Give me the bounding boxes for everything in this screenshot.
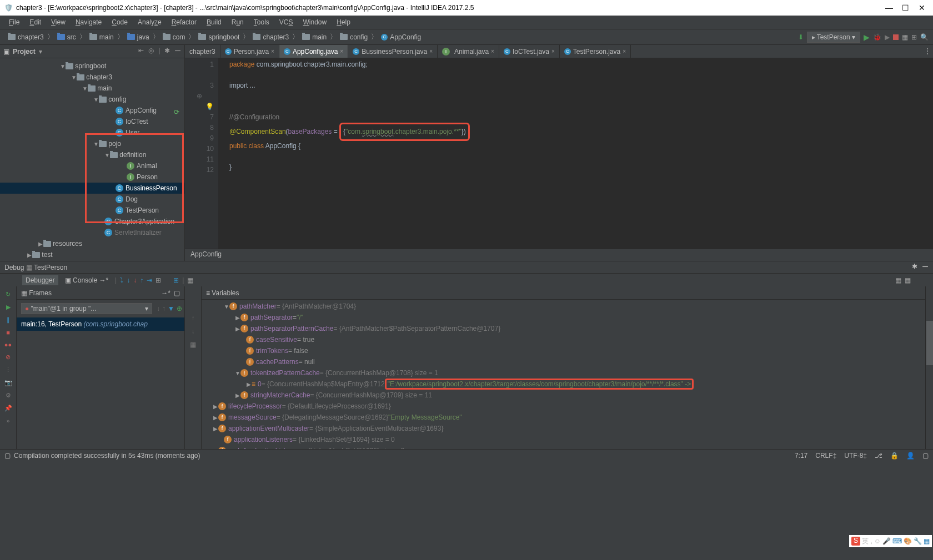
ime-lang[interactable]: 英 , bbox=[862, 537, 872, 546]
tree-testperson[interactable]: CTestPerson bbox=[0, 205, 184, 216]
menu-view[interactable]: View bbox=[47, 17, 70, 27]
menu-help[interactable]: Help bbox=[332, 17, 355, 27]
emoji-icon[interactable]: ☺ bbox=[874, 537, 881, 545]
close-icon[interactable]: × bbox=[551, 48, 555, 54]
more-icon[interactable]: ⋮ bbox=[924, 47, 931, 55]
menu-run[interactable]: Run bbox=[227, 17, 248, 27]
expand-icon[interactable]: » bbox=[6, 417, 9, 424]
hide-icon[interactable]: ー bbox=[922, 263, 929, 272]
tab-animal[interactable]: IAnimal.java× bbox=[438, 45, 499, 58]
variables-tree[interactable]: ▼fpathMatcher = {AntPathMatcher@1704} ▶f… bbox=[202, 300, 925, 449]
pin-icon[interactable]: ▦ bbox=[924, 537, 930, 545]
lock-icon[interactable]: 🔒 bbox=[890, 452, 899, 460]
layout-icon[interactable]: ▦ bbox=[902, 33, 908, 41]
tree-bussinessperson[interactable]: CBussinessPerson bbox=[0, 183, 184, 194]
ime-icon[interactable]: S bbox=[851, 537, 860, 546]
tab-ioctest[interactable]: CIoCTest.java× bbox=[499, 45, 560, 58]
tree-springboot[interactable]: ▼ springboot bbox=[0, 60, 184, 72]
gear-icon[interactable]: ✱ bbox=[912, 263, 917, 272]
tree-person[interactable]: IPerson bbox=[0, 171, 184, 183]
crumb-springboot[interactable]: springboot bbox=[195, 33, 243, 42]
minimize-button[interactable]: — bbox=[885, 3, 892, 12]
resume-icon[interactable]: ▶ bbox=[6, 304, 11, 311]
stop-button[interactable] bbox=[893, 34, 899, 40]
crumb-appconfig[interactable]: CAppConfig bbox=[378, 33, 424, 42]
step-out-icon[interactable]: ↑ bbox=[140, 276, 143, 284]
menu-analyze[interactable]: Analyze bbox=[133, 17, 166, 27]
scrollbar[interactable] bbox=[925, 286, 933, 449]
maximize-button[interactable]: ☐ bbox=[902, 3, 909, 12]
crumb-chapter3-2[interactable]: chapter3 bbox=[249, 33, 292, 42]
layout-icon[interactable]: ▦ bbox=[187, 276, 193, 284]
mic-icon[interactable]: 🎤 bbox=[882, 537, 891, 545]
project-tree[interactable]: ▼ springboot ▼ chapter3 ▼ main ▼ config … bbox=[0, 58, 184, 263]
gear-icon[interactable]: ✱ bbox=[164, 47, 170, 56]
menu-navigate[interactable]: Navigate bbox=[71, 17, 106, 27]
filter-icon[interactable]: ▼ bbox=[168, 305, 174, 312]
settings-icon[interactable]: ⚙ bbox=[6, 392, 11, 399]
restore-icon[interactable]: ▢ bbox=[174, 289, 180, 297]
tree-main[interactable]: ▼ main bbox=[0, 83, 184, 94]
layout-icon-2[interactable]: ⊞ bbox=[911, 33, 917, 41]
menu-refactor[interactable]: Refactor bbox=[167, 17, 201, 27]
crumb-chapter3[interactable]: chapter3 bbox=[4, 33, 47, 42]
menu-file[interactable]: File bbox=[4, 17, 24, 27]
console-tab[interactable]: ▣ Console →* bbox=[62, 275, 112, 285]
skin-icon[interactable]: 🎨 bbox=[904, 537, 912, 545]
tab-person[interactable]: CPerson.java× bbox=[220, 45, 279, 58]
debug-button[interactable]: 🐞 bbox=[873, 33, 881, 41]
prev-icon[interactable]: →* bbox=[161, 289, 170, 297]
crumb-main[interactable]: main bbox=[86, 33, 117, 42]
step-over-icon[interactable]: ⤵ bbox=[120, 276, 123, 284]
run-button[interactable]: ▶ bbox=[864, 33, 870, 42]
up-icon[interactable]: ↑ bbox=[162, 305, 165, 312]
pin-icon[interactable]: 📌 bbox=[4, 405, 12, 412]
menu-window[interactable]: Window bbox=[298, 17, 331, 27]
close-button[interactable]: ✕ bbox=[919, 3, 925, 12]
editor-breadcrumb[interactable]: AppConfig bbox=[185, 249, 933, 261]
crumb-java[interactable]: java bbox=[124, 33, 153, 42]
tree-pojo[interactable]: ▼ pojo bbox=[0, 138, 184, 149]
crumb-config[interactable]: config bbox=[337, 33, 371, 42]
camera-icon[interactable]: 📷 bbox=[4, 379, 12, 386]
crumb-com[interactable]: com bbox=[159, 33, 189, 42]
tree-config[interactable]: ▼ config bbox=[0, 94, 184, 105]
tree-animal[interactable]: IAnimal bbox=[0, 160, 184, 171]
spring-gutter-icon[interactable]: ⟳ bbox=[174, 108, 179, 116]
menu-vcs[interactable]: VCS bbox=[275, 17, 298, 27]
encoding[interactable]: UTF-8‡ bbox=[844, 452, 867, 460]
code-text[interactable]: package com.springboot.chapter3.main.con… bbox=[218, 58, 933, 249]
tree-resources[interactable]: ▶ resources bbox=[0, 238, 184, 249]
menu-edit[interactable]: Edit bbox=[25, 17, 46, 27]
rerun-icon[interactable]: ↻ bbox=[6, 291, 11, 298]
close-icon[interactable]: × bbox=[491, 48, 494, 54]
down-arrow-icon[interactable]: ↓ bbox=[192, 327, 195, 335]
add-icon[interactable]: ⊕ bbox=[177, 305, 182, 312]
run-to-cursor-icon[interactable]: ⇥ bbox=[147, 276, 152, 284]
mute-icon[interactable]: ⊘ bbox=[6, 354, 11, 361]
hide-icon[interactable]: ー bbox=[174, 47, 181, 56]
tab-testperson[interactable]: CTestPerson.java× bbox=[560, 45, 631, 58]
tree-user[interactable]: CUser bbox=[0, 127, 184, 138]
tab-chapter3[interactable]: chapter3 bbox=[185, 45, 220, 58]
tree-ioctest[interactable]: CIoCTest bbox=[0, 116, 184, 127]
status-icon[interactable]: ▢ bbox=[4, 452, 11, 460]
tab-appconfig[interactable]: CAppConfig.java× bbox=[279, 45, 348, 58]
tree-chapter3[interactable]: ▼ chapter3 bbox=[0, 72, 184, 83]
menu-code[interactable]: Code bbox=[107, 17, 132, 27]
search-icon[interactable]: 🔍 bbox=[920, 33, 929, 41]
tree-servletinit[interactable]: CServletInitializer bbox=[0, 227, 184, 238]
menu-build[interactable]: Build bbox=[202, 17, 226, 27]
crumb-main-2[interactable]: main bbox=[299, 33, 330, 42]
pin-icon[interactable]: ▦ bbox=[895, 276, 901, 284]
inspect-icon[interactable]: 👤 bbox=[906, 452, 915, 460]
scroll-icon[interactable]: ◎ bbox=[148, 47, 154, 56]
tree-definition[interactable]: ▼ definition bbox=[0, 149, 184, 160]
breakpoints-icon[interactable]: ●● bbox=[4, 341, 12, 348]
pin-icon-2[interactable]: ▦ bbox=[905, 276, 911, 284]
tree-dog[interactable]: CDog bbox=[0, 194, 184, 205]
code-area[interactable]: 1 3⊕ 💡 789 101112 package com.springboot… bbox=[185, 58, 933, 249]
tab-bussinessperson[interactable]: CBussinessPerson.java× bbox=[348, 45, 438, 58]
mem-icon[interactable]: ▢ bbox=[922, 452, 929, 460]
close-icon[interactable]: × bbox=[623, 48, 626, 54]
